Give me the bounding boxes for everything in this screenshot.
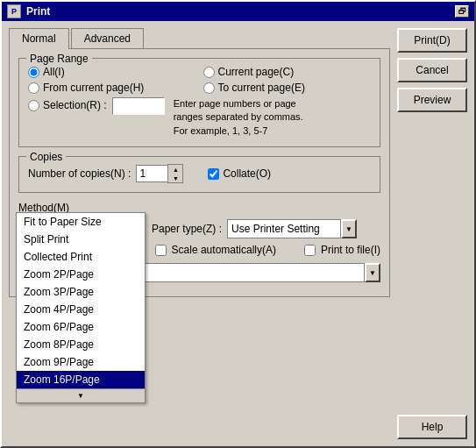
- copies-input[interactable]: 1: [136, 165, 167, 182]
- scale-label: Scale automatically(A): [172, 244, 276, 256]
- copies-label: Copies: [26, 151, 66, 163]
- dropdown-item-fit[interactable]: Fit to Paper Size: [17, 213, 145, 231]
- window-icon: P: [7, 4, 21, 18]
- radio-from-current[interactable]: From current page(H): [28, 82, 196, 94]
- paper-type-label: Paper type(Z) :: [152, 223, 222, 235]
- print-to-file-checkbox[interactable]: [304, 245, 316, 256]
- spinner-down[interactable]: ▼: [168, 174, 182, 182]
- method-dropdown-menu: Fit to Paper Size Split Print Collected …: [16, 212, 146, 403]
- printer-dropdown-btn[interactable]: ▼: [365, 263, 380, 282]
- copies-row: Number of copies(N) : 1 ▲ ▼ Collate(O): [28, 164, 371, 183]
- page-range-label: Page Range: [26, 53, 92, 65]
- dropdown-item-zoom4p[interactable]: Zoom 4P/Page: [17, 301, 145, 318]
- collate-row[interactable]: Collate(O): [208, 167, 271, 180]
- paper-type-combo[interactable]: ▼: [227, 219, 357, 238]
- restore-button[interactable]: 🗗: [455, 5, 469, 18]
- dropdown-item-collected[interactable]: Collected Print: [17, 248, 145, 266]
- copies-spinner[interactable]: 1 ▲ ▼: [136, 164, 183, 183]
- radio-selection[interactable]: Selection(R) :: [28, 99, 107, 111]
- print-to-file-label: Print to file(I): [321, 244, 380, 256]
- page-range-group: Page Range All(I) Current page(C) Fr: [18, 58, 380, 147]
- help-button[interactable]: Help: [397, 415, 467, 439]
- cancel-button[interactable]: Cancel: [397, 58, 467, 82]
- print-button[interactable]: Print(D): [397, 28, 467, 53]
- tab-advanced[interactable]: Advanced: [71, 28, 144, 48]
- dropdown-scroll-down[interactable]: ▼: [17, 388, 145, 402]
- hint-text: Enter page numbers or page ranges separa…: [174, 97, 303, 138]
- tab-normal[interactable]: Normal: [9, 28, 69, 49]
- print-dialog: P Print 🗗 Normal Advanced Page Ran: [0, 0, 476, 448]
- dropdown-item-zoom8p[interactable]: Zoom 8P/Page: [17, 336, 145, 353]
- title-bar-buttons: 🗗: [455, 5, 469, 18]
- selection-input[interactable]: [112, 97, 165, 115]
- radio-to-current[interactable]: To current page(E): [203, 82, 372, 94]
- copies-group: Copies Number of copies(N) : 1 ▲ ▼: [18, 156, 380, 193]
- dropdown-item-split[interactable]: Split Print: [17, 231, 145, 248]
- num-copies-label: Number of copies(N) :: [28, 167, 131, 180]
- paper-type-dropdown-btn[interactable]: ▼: [341, 219, 357, 238]
- title-bar: P Print 🗗: [2, 2, 474, 21]
- dropdown-item-zoom16p[interactable]: Zoom 16P/Page: [17, 371, 145, 388]
- paper-type-input[interactable]: [227, 219, 341, 238]
- window-title: Print: [26, 5, 50, 18]
- preview-button[interactable]: Preview: [397, 88, 467, 112]
- scale-checkbox[interactable]: [155, 245, 167, 256]
- side-buttons: Print(D) Cancel Preview Help: [397, 28, 467, 439]
- collate-checkbox[interactable]: [208, 168, 219, 180]
- dropdown-item-zoom6p[interactable]: Zoom 6P/Page: [17, 318, 145, 336]
- spinner-up[interactable]: ▲: [168, 165, 182, 174]
- dropdown-item-zoom2p[interactable]: Zoom 2P/Page: [17, 266, 145, 283]
- tab-bar: Normal Advanced: [9, 28, 390, 48]
- radio-current-page[interactable]: Current page(C): [203, 66, 372, 78]
- radio-all[interactable]: All(I): [28, 66, 196, 78]
- dropdown-item-zoom9p[interactable]: Zoom 9P/Page: [17, 353, 145, 371]
- spinner-buttons: ▲ ▼: [167, 164, 183, 183]
- dropdown-item-zoom3p[interactable]: Zoom 3P/Page: [17, 283, 145, 301]
- collate-label: Collate(O): [223, 167, 271, 180]
